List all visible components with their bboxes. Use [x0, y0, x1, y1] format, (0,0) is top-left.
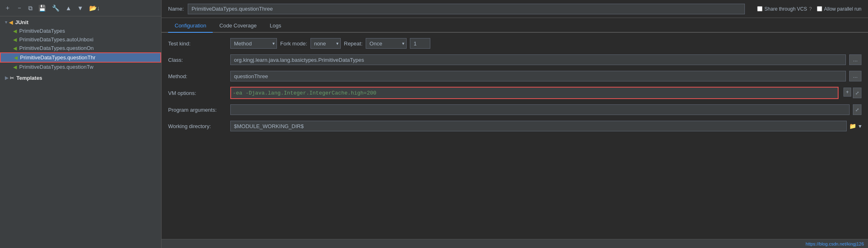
vm-options-input-wrapper: [230, 87, 839, 99]
repeat-select-wrapper: Once N Times Until Failure: [366, 38, 407, 49]
allow-parallel-label: Allow parallel run: [824, 6, 861, 12]
program-arguments-row: Program arguments: ⤢: [168, 104, 861, 115]
junit-group[interactable]: ▾ ◀ JUnit: [0, 18, 161, 27]
templates-group[interactable]: ▶ ✂ Templates: [0, 74, 161, 82]
fork-mode-label: Fork mode:: [280, 41, 307, 47]
repeat-select[interactable]: Once N Times Until Failure: [366, 38, 407, 49]
test-kind-label: Test kind:: [168, 41, 225, 47]
tree-item-label: PrimitiveDataTypes.autoUnboxi: [19, 36, 93, 43]
tab-code-coverage[interactable]: Code Coverage: [213, 20, 263, 33]
templates-group-label: Templates: [16, 75, 42, 81]
vm-action-buttons: + ⤢: [843, 88, 861, 98]
test-icon: ◀: [13, 45, 17, 51]
method-label: Method:: [168, 73, 225, 79]
tab-configuration[interactable]: Configuration: [168, 20, 213, 33]
tree-item-questionThr[interactable]: ◀ PrimitiveDataTypes.questionThr: [0, 52, 161, 63]
program-arguments-input[interactable]: [230, 104, 850, 115]
repeat-count-input[interactable]: [410, 38, 430, 49]
test-kind-row: Test kind: Method Class All in Package A…: [168, 38, 861, 49]
share-vcs-label: Share through VCS: [765, 6, 807, 12]
left-panel: ＋ － ⧉ 💾 🔧 ▲ ▼ 📂↓ ▾ ◀ JUnit ◀ PrimitiveDa…: [0, 0, 162, 248]
toolbar: ＋ － ⧉ 💾 🔧 ▲ ▼ 📂↓: [0, 0, 161, 16]
working-directory-label: Working directory:: [168, 123, 225, 129]
status-url[interactable]: https://blog.csdn.net/kingj126: [806, 241, 864, 246]
tree-area: ▾ ◀ JUnit ◀ PrimitiveDataTypes ◀ Primiti…: [0, 16, 161, 248]
chevron-down-icon: ▾: [5, 20, 7, 25]
repeat-label: Repeat:: [344, 41, 363, 47]
up-icon[interactable]: ▲: [64, 4, 73, 12]
test-icon: ◀: [13, 28, 17, 34]
working-directory-input[interactable]: [230, 121, 847, 131]
chevron-right-icon: ▶: [5, 75, 8, 81]
name-label: Name:: [168, 6, 184, 12]
dropdown-icon[interactable]: ▾: [859, 123, 861, 129]
junit-icon: ◀: [9, 20, 13, 25]
working-directory-control: 📁 ▾: [230, 121, 861, 131]
method-browse-button[interactable]: …: [849, 71, 861, 81]
right-panel: Name: Share through VCS ? Allow parallel…: [162, 0, 868, 248]
vm-add-button[interactable]: +: [843, 88, 851, 97]
method-row: Method: …: [168, 70, 861, 82]
test-icon: ◀: [14, 55, 18, 61]
vm-options-row: VM options: + ⤢: [168, 87, 861, 99]
folder-arrow-icon[interactable]: 📂↓: [88, 4, 101, 13]
allow-parallel-checkbox[interactable]: [817, 6, 822, 11]
class-control: …: [230, 54, 861, 65]
tab-logs[interactable]: Logs: [263, 20, 288, 33]
test-icon: ◀: [13, 37, 17, 43]
add-icon[interactable]: ＋: [3, 3, 12, 13]
tree-item-autoUnboxi[interactable]: ◀ PrimitiveDataTypes.autoUnboxi: [0, 35, 161, 44]
share-vcs-checkbox[interactable]: [757, 6, 762, 11]
tree-item-label: PrimitiveDataTypes.questionOn: [19, 45, 94, 51]
name-input[interactable]: [188, 4, 745, 14]
vm-expand-button[interactable]: ⤢: [853, 88, 861, 98]
test-kind-select-wrapper: Method Class All in Package All in Direc…: [230, 38, 277, 49]
status-bar: https://blog.csdn.net/kingj126: [162, 239, 868, 248]
program-arguments-label: Program arguments:: [168, 107, 225, 113]
program-arguments-expand-button[interactable]: ⤢: [853, 104, 861, 115]
test-kind-select[interactable]: Method Class All in Package All in Direc…: [230, 38, 277, 49]
working-directory-row: Working directory: 📁 ▾: [168, 120, 861, 132]
fork-mode-select[interactable]: none method class: [310, 38, 341, 49]
template-icon: ✂: [10, 75, 14, 81]
method-control: …: [230, 71, 861, 81]
wrench-icon[interactable]: 🔧: [51, 4, 61, 13]
class-row: Class: …: [168, 54, 861, 65]
fork-mode-select-wrapper: none method class: [310, 38, 341, 49]
tree-item-label: PrimitiveDataTypes: [19, 28, 65, 34]
allow-parallel-checkbox-item: Allow parallel run: [817, 6, 861, 12]
down-icon[interactable]: ▼: [76, 4, 85, 12]
tree-item-label: PrimitiveDataTypes.questionThr: [20, 54, 95, 61]
name-row: Name: Share through VCS ? Allow parallel…: [162, 0, 868, 18]
vm-options-input[interactable]: [233, 88, 836, 97]
class-label: Class:: [168, 57, 225, 63]
method-input[interactable]: [230, 71, 846, 81]
remove-icon[interactable]: －: [15, 3, 24, 13]
tree-item-label: PrimitiveDataTypes.questionTw: [19, 64, 93, 70]
share-vcs-checkbox-item: Share through VCS ?: [757, 6, 812, 12]
class-browse-button[interactable]: …: [849, 54, 861, 65]
save-icon[interactable]: 💾: [37, 4, 47, 13]
form-area: Test kind: Method Class All in Package A…: [162, 33, 868, 239]
program-arguments-control: ⤢: [230, 104, 861, 115]
copy-icon[interactable]: ⧉: [27, 4, 34, 13]
class-input[interactable]: [230, 54, 846, 65]
tree-item-questionOn[interactable]: ◀ PrimitiveDataTypes.questionOn: [0, 44, 161, 52]
share-vcs-help-icon: ?: [809, 6, 812, 12]
folder-icon[interactable]: 📁: [849, 123, 856, 129]
vm-options-label: VM options:: [168, 90, 225, 96]
tabs-bar: Configuration Code Coverage Logs: [162, 18, 868, 33]
tree-item-questionTw[interactable]: ◀ PrimitiveDataTypes.questionTw: [0, 63, 161, 71]
tree-item-primitiveDataTypes[interactable]: ◀ PrimitiveDataTypes: [0, 27, 161, 35]
test-kind-control: Method Class All in Package All in Direc…: [230, 38, 861, 49]
junit-group-label: JUnit: [15, 19, 29, 25]
top-checkboxes: Share through VCS ? Allow parallel run: [749, 6, 861, 12]
test-icon: ◀: [13, 64, 17, 70]
